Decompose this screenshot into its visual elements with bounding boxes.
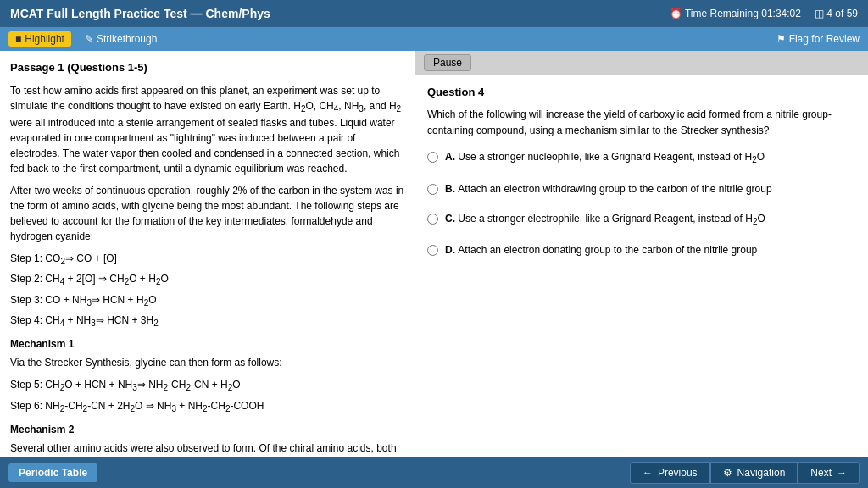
- nav-buttons: ← Previous ⚙ Navigation Next →: [630, 462, 860, 484]
- step-2: Step 2: CH4 + 2[O] ⇒ CH2O + H2O: [10, 271, 404, 288]
- question-panel: Question 4 Which of the following will i…: [415, 75, 868, 458]
- step-5: Step 5: CH2O + HCN + NH3⇒ NH2-CH2-CN + H…: [10, 377, 404, 394]
- next-button[interactable]: Next →: [798, 462, 860, 484]
- answer-option-b[interactable]: B. Attach an electron withdrawing group …: [427, 181, 856, 197]
- option-c-text: Use a stronger electrophile, like a Grig…: [458, 213, 765, 225]
- option-b-label: B.: [445, 183, 458, 195]
- option-d-text: Attach an electron donating group to the…: [458, 244, 757, 256]
- next-arrow-icon: →: [837, 467, 847, 479]
- radio-a[interactable]: [427, 152, 438, 163]
- option-b-text: Attach an electron withdrawing group to …: [458, 183, 771, 195]
- mechanism-1-title: Mechanism 1: [10, 336, 404, 352]
- navigation-button[interactable]: ⚙ Navigation: [710, 462, 798, 484]
- step-4: Step 4: CH4 + NH3⇒ HCN + 3H2: [10, 313, 404, 330]
- mechanism-2-text: Several other amino acids were also obse…: [10, 441, 404, 458]
- answer-option-a[interactable]: A. Use a stronger nucleophile, like a Gr…: [427, 149, 856, 167]
- prev-arrow-icon: ←: [643, 467, 653, 479]
- option-a-text: Use a stronger nucleophile, like a Grign…: [458, 151, 765, 163]
- periodic-table-button[interactable]: Periodic Table: [8, 463, 97, 482]
- passage-title: Passage 1 (Questions 1-5): [10, 59, 404, 76]
- pause-button[interactable]: Pause: [424, 54, 471, 71]
- mechanism-1-text: Via the Strecker Synthesis, glycine can …: [10, 355, 404, 370]
- option-a-label: A.: [445, 151, 458, 163]
- bottom-bar: Periodic Table ← Previous ⚙ Navigation N…: [0, 458, 868, 488]
- flag-for-review-button[interactable]: ⚑ Flag for Review: [776, 33, 860, 45]
- top-bar: MCAT Full Length Practice Test — Chem/Ph…: [0, 0, 868, 27]
- highlight-button[interactable]: ■ Highlight: [8, 31, 71, 47]
- step-6: Step 6: NH2-CH2-CN + 2H2O ⇒ NH3 + NH2-CH…: [10, 398, 404, 415]
- page-title: MCAT Full Length Practice Test — Chem/Ph…: [10, 7, 270, 20]
- previous-button[interactable]: ← Previous: [630, 462, 710, 484]
- question-number: Question 4: [427, 84, 856, 102]
- nav-gear-icon: ⚙: [723, 467, 732, 479]
- passage-paragraph-2: After two weeks of continuous operation,…: [10, 183, 404, 244]
- question-count: ◫ 4 of 59: [815, 8, 858, 19]
- option-d-label: D.: [445, 244, 458, 256]
- radio-c[interactable]: [427, 214, 438, 225]
- time-info: ⏰ Time Remaining 01:34:02 ◫ 4 of 59: [670, 8, 858, 19]
- strikethrough-button[interactable]: ✎ Strikethrough: [80, 31, 162, 47]
- right-panel: Pause Question 4 Which of the following …: [415, 51, 868, 458]
- main-content: Passage 1 (Questions 1-5) To test how am…: [0, 51, 868, 458]
- radio-b[interactable]: [427, 184, 438, 195]
- mechanism-2-title: Mechanism 2: [10, 422, 404, 437]
- step-1: Step 1: CO2⇒ CO + [O]: [10, 251, 404, 268]
- option-c-label: C.: [445, 213, 458, 225]
- question-text: Which of the following will increase the…: [427, 107, 856, 139]
- time-remaining: ⏰ Time Remaining 01:34:02: [670, 8, 801, 19]
- strikethrough-icon: ✎: [85, 33, 93, 45]
- passage-paragraph-1: To test how amino acids first appeared o…: [10, 83, 404, 176]
- step-3: Step 3: CO + NH3⇒ HCN + H2O: [10, 292, 404, 309]
- passage-panel: Passage 1 (Questions 1-5) To test how am…: [0, 51, 415, 458]
- highlight-icon: ■: [15, 33, 21, 45]
- toolbar: ■ Highlight ✎ Strikethrough ⚑ Flag for R…: [0, 27, 868, 51]
- radio-d[interactable]: [427, 245, 438, 256]
- answer-option-c[interactable]: C. Use a stronger electrophile, like a G…: [427, 211, 856, 229]
- pause-bar: Pause: [415, 51, 868, 75]
- flag-icon: ⚑: [776, 33, 786, 45]
- answer-option-d[interactable]: D. Attach an electron donating group to …: [427, 242, 856, 258]
